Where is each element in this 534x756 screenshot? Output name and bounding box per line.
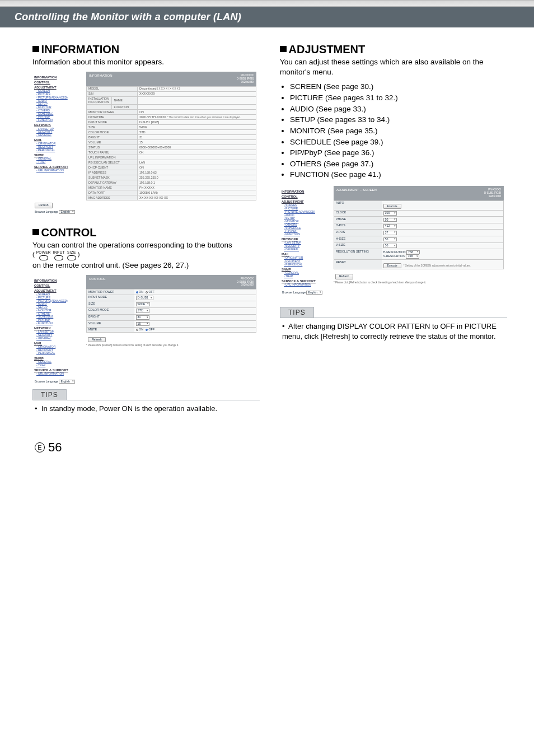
sidebar-group-information[interactable]: INFORMATION	[34, 76, 85, 79]
sidebar-group-service-support[interactable]: SERVICE & SUPPORT	[34, 368, 85, 372]
sidebar-link[interactable]: - PERIODICAL	[284, 263, 332, 266]
tips-heading: TIPS	[32, 389, 67, 400]
info-value: Discontinued [ X X X X / X X X X ]	[137, 86, 256, 91]
info-key: S/N	[87, 91, 138, 96]
select-input-mode[interactable]: D-SUB1	[136, 296, 153, 300]
control-subtext: You can control the operations correspon…	[32, 240, 260, 270]
adjustment-bullets: SCREEN (See page 30.)PICTURE (See pages …	[280, 82, 507, 180]
refresh-note: * Please click [Refresh] button to check…	[334, 282, 504, 284]
adjustment-heading: ADJUSTMENT	[280, 43, 507, 56]
info-value: 20/01/15 THU 00:00 * The monitor's date …	[137, 115, 256, 120]
info-key: MONITOR POWER	[87, 110, 138, 115]
radio-on[interactable]: ON	[136, 328, 143, 332]
sidebar-link[interactable]: - TRAP	[284, 275, 332, 278]
page-number: 56	[48, 440, 62, 455]
sidebar-link[interactable]: - GENERAL	[284, 248, 332, 251]
sidebar-group-mail[interactable]: MAIL	[34, 342, 85, 345]
adjustment-bullet: SETUP (See pages 33 to 34.)	[290, 115, 507, 125]
select-volume[interactable]: 15	[136, 322, 149, 326]
information-subtext: Information about this monitor appears.	[32, 57, 260, 67]
sidebar-group-information[interactable]: INFORMATION	[34, 279, 85, 282]
language-select[interactable]: English	[59, 380, 74, 384]
sidebar-group-information[interactable]: INFORMATION	[282, 190, 332, 193]
radio-off[interactable]: OFF	[146, 328, 154, 332]
info-value: 31	[137, 135, 256, 140]
sidebar-group-network[interactable]: NETWORK	[34, 123, 85, 127]
sidebar-link[interactable]: - URL INFORMATION	[284, 283, 332, 286]
select-size[interactable]: WIDE	[136, 302, 151, 307]
select-phase[interactable]: 50	[383, 218, 397, 222]
input-button-icon: INPUT	[53, 250, 65, 260]
info-key: DHCP CLIENT	[87, 165, 138, 170]
square-bullet-icon	[32, 229, 39, 236]
sidebar-link[interactable]: - GENERAL	[36, 134, 85, 137]
select-v-pos[interactable]: 37	[383, 231, 397, 235]
adjustment-key: RESOLUTION SETTING	[334, 249, 382, 259]
info-key: SIZE	[87, 125, 138, 130]
adjustment-key: V-POS	[334, 230, 382, 236]
select-bright[interactable]: 31	[136, 315, 149, 320]
radio-off[interactable]: OFF	[146, 291, 154, 294]
sidebar-group-control[interactable]: CONTROL	[282, 195, 332, 198]
adjustment-key: H-SIZE	[334, 236, 382, 242]
square-bullet-icon	[280, 46, 287, 53]
panel-header: ADJUSTMENT – SCREEN	[336, 188, 377, 192]
refresh-note: * Please click [Refresh] button to check…	[86, 344, 256, 347]
refresh-button[interactable]: Refresh	[35, 203, 53, 208]
control-key: SIZE	[87, 301, 134, 307]
info-value: 0000+000000+00+0000	[137, 145, 256, 150]
sidebar-link[interactable]: - FUNCTION	[284, 233, 332, 236]
e-circle-icon: E	[35, 442, 45, 452]
refresh-button[interactable]: Refresh	[88, 337, 106, 342]
sidebar-link[interactable]: - GENERAL	[36, 337, 85, 340]
control-key: BRIGHT	[87, 315, 134, 321]
info-value: PN-XXXXX	[137, 185, 256, 190]
language-select[interactable]: English	[59, 210, 74, 214]
page-title-band: Controlling the Monitor with a computer …	[0, 7, 534, 27]
language-select[interactable]: English	[306, 291, 322, 295]
sidebar-link[interactable]: - TRAP	[36, 364, 85, 367]
info-key: RS-232C/LAN SELECT	[87, 160, 138, 165]
info-value: ON	[137, 110, 256, 115]
control-key: VOLUME	[87, 321, 134, 327]
sidebar-group-control[interactable]: CONTROL	[34, 81, 85, 84]
info-value: 10008(0 LAN)	[137, 190, 256, 195]
sidebar-nav: INFORMATIONCONTROLADJUSTMENT- SCREEN- PI…	[32, 72, 86, 200]
sidebar-link[interactable]: - URL INFORMATION	[36, 169, 85, 172]
radio-on[interactable]: ON	[136, 291, 143, 294]
adjustment-key: H-POS	[334, 223, 382, 230]
info-value: WIDE	[137, 125, 256, 130]
sidebar-link[interactable]: - TRAP	[36, 161, 85, 164]
tips-box-right: TIPS • After changing DISPLAY COLOR PATT…	[280, 307, 507, 341]
sidebar-link[interactable]: - URL INFORMATION	[36, 372, 85, 375]
adjustment-key: CLOCK	[334, 211, 382, 217]
select-h-size[interactable]: 50	[383, 237, 397, 242]
select-h-pos[interactable]: 412	[383, 224, 397, 228]
execute-button[interactable]: Execute	[383, 263, 401, 268]
info-value: ON	[137, 165, 256, 170]
sidebar-nav: INFORMATIONCONTROLADJUSTMENT- SCREEN- PI…	[280, 186, 334, 289]
sidebar-link[interactable]: - PERIODICAL	[36, 352, 85, 354]
select-clock[interactable]: 100	[383, 211, 397, 216]
info-key: MONITOR NAME	[87, 185, 138, 190]
sidebar-link[interactable]: - PERIODICAL	[36, 149, 85, 152]
select-v-size[interactable]: 50	[383, 244, 397, 248]
info-value: 192.168.0.63	[137, 170, 256, 175]
select-color-mode[interactable]: STD	[136, 309, 149, 313]
refresh-button[interactable]: Refresh	[335, 274, 353, 279]
info-key: DATA PORT	[87, 190, 138, 195]
info-value	[137, 155, 256, 160]
adjustment-bullet: SCHEDULE (See page 39.)	[290, 137, 507, 148]
execute-button[interactable]: Execute	[383, 204, 401, 209]
control-key: MONITOR POWER	[87, 290, 134, 295]
v-resolution-select[interactable]: 768	[406, 254, 419, 259]
sidebar-group-snmp[interactable]: SNMP	[34, 357, 85, 360]
sidebar-link[interactable]: - FUNCTION	[36, 119, 85, 122]
adjustment-screenshot: INFORMATIONCONTROLADJUSTMENT- SCREEN- PI…	[280, 186, 504, 295]
sidebar-link[interactable]: - FUNCTION	[36, 322, 85, 325]
info-key: DEFAULT GATEWAY	[87, 180, 138, 185]
info-value: LAN	[137, 160, 256, 165]
sidebar-group-control[interactable]: CONTROL	[34, 284, 85, 287]
tips-box-left: TIPS • In standby mode, Power ON is the …	[32, 389, 260, 414]
adjustment-key: AUTO	[334, 201, 382, 210]
